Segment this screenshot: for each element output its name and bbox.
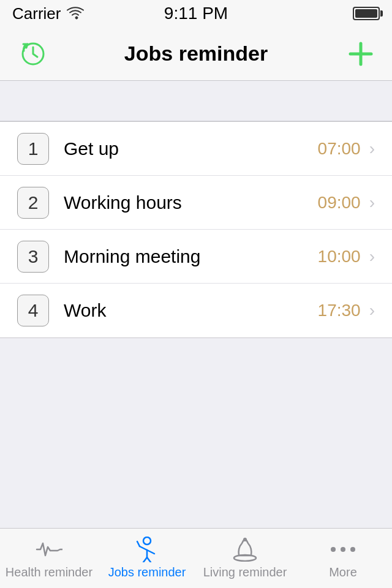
- svg-point-13: [341, 547, 345, 552]
- hat-icon: [233, 537, 257, 562]
- nav-bar: Jobs reminder: [0, 27, 392, 81]
- chevron-icon: ›: [369, 247, 375, 266]
- svg-point-12: [331, 547, 336, 552]
- history-icon: [19, 40, 47, 68]
- tab-bar: Health reminder Jobs reminder: [0, 528, 392, 588]
- status-bar: Carrier 9:11 PM: [0, 0, 392, 27]
- main-content: 1 Get up 07:00 › 2 Working hours 09:00 ›…: [0, 81, 392, 528]
- svg-line-5: [137, 541, 140, 546]
- search-area: [0, 81, 392, 121]
- tab-living-reminder[interactable]: Living reminder: [196, 529, 294, 588]
- item-number: 4: [17, 295, 49, 326]
- status-right: [353, 7, 380, 20]
- tab-health-label: Health reminder: [6, 565, 92, 579]
- svg-point-14: [350, 547, 355, 552]
- chevron-icon: ›: [369, 301, 375, 320]
- item-label: Morning meeting: [64, 246, 318, 267]
- svg-line-4: [140, 546, 147, 550]
- carrier-label: Carrier: [12, 4, 61, 23]
- svg-line-9: [147, 550, 154, 554]
- nav-title: Jobs reminder: [124, 42, 268, 66]
- heartbeat-icon: [36, 538, 62, 560]
- tab-jobs-icon: [135, 537, 159, 562]
- item-time: 17:30: [318, 301, 361, 320]
- tab-health-reminder[interactable]: Health reminder: [0, 529, 98, 588]
- list-item[interactable]: 3 Morning meeting 10:00 ›: [0, 230, 392, 284]
- tab-more-label: More: [329, 565, 357, 579]
- svg-point-3: [143, 537, 151, 545]
- item-label: Working hours: [64, 192, 318, 213]
- status-left: Carrier: [12, 4, 84, 23]
- item-number: 2: [17, 187, 49, 219]
- item-time: 07:00: [318, 139, 361, 159]
- history-icon-button[interactable]: [17, 38, 49, 70]
- empty-area: [0, 338, 392, 528]
- add-icon: [347, 40, 375, 68]
- chevron-icon: ›: [369, 139, 375, 159]
- item-label: Get up: [64, 138, 318, 159]
- worker-icon: [135, 537, 159, 562]
- svg-line-8: [147, 557, 151, 562]
- list-item[interactable]: 4 Work 17:30 ›: [0, 284, 392, 337]
- item-time: 09:00: [318, 193, 361, 213]
- tab-jobs-reminder[interactable]: Jobs reminder: [98, 529, 196, 588]
- tab-jobs-label: Jobs reminder: [108, 565, 186, 579]
- wifi-icon: [67, 7, 84, 20]
- reminders-list: 1 Get up 07:00 › 2 Working hours 09:00 ›…: [0, 121, 392, 338]
- item-number: 1: [17, 133, 49, 165]
- item-time: 10:00: [318, 247, 361, 266]
- tab-more-icon: [330, 537, 356, 562]
- status-time: 9:11 PM: [164, 4, 228, 23]
- svg-point-11: [243, 538, 247, 541]
- tab-living-label: Living reminder: [203, 565, 287, 579]
- battery-icon: [353, 7, 380, 20]
- svg-line-7: [143, 557, 147, 562]
- item-label: Work: [64, 300, 318, 321]
- battery-fill: [355, 9, 377, 18]
- add-button[interactable]: [347, 40, 375, 68]
- tab-more[interactable]: More: [294, 529, 392, 588]
- dots-icon: [330, 544, 356, 555]
- chevron-icon: ›: [369, 193, 375, 213]
- item-number: 3: [17, 241, 49, 273]
- tab-living-icon: [233, 537, 257, 562]
- list-item[interactable]: 1 Get up 07:00 ›: [0, 122, 392, 176]
- tab-health-icon: [36, 537, 62, 562]
- list-item[interactable]: 2 Working hours 09:00 ›: [0, 176, 392, 230]
